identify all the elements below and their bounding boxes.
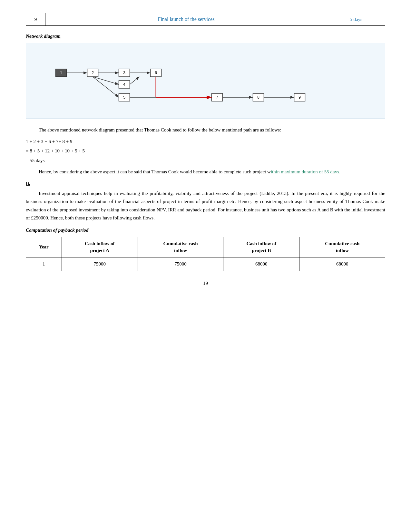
- table-cell: 75000: [62, 257, 138, 271]
- math-line-3: = 55 days: [26, 157, 385, 165]
- computation-heading: Computation of payback period: [26, 227, 385, 233]
- top-table: 9 Final launch of the services 5 days: [26, 13, 385, 26]
- computation-table: Year Cash inflow ofproject A Cumulative …: [26, 237, 385, 271]
- row-duration: 5 days: [327, 13, 385, 26]
- svg-text:3: 3: [123, 71, 125, 75]
- table-cell: 68000: [223, 257, 299, 271]
- math-line-2: = 8 + 5 + 12 + 10 + 10 + 5 + 5: [26, 147, 385, 155]
- body-para-3: Investment appraisal techniques help in …: [26, 189, 385, 222]
- table-row: 175000750006800068000: [26, 257, 385, 271]
- svg-line-18: [130, 77, 140, 84]
- col-cash-inflow-a: Cash inflow ofproject A: [62, 237, 138, 257]
- svg-text:4: 4: [123, 82, 125, 87]
- col-cumulative-a: Cumulative cashinflow: [138, 237, 223, 257]
- row-title: Final launch of the services: [45, 13, 327, 26]
- network-diagram-box: 1 2 3 6 4 5: [26, 43, 385, 119]
- svg-text:6: 6: [155, 71, 157, 75]
- highlight-duration: ithin maximum duration of 55 days.: [271, 169, 340, 174]
- table-cell: 1: [26, 257, 62, 271]
- math-line-1: 1 + 2 + 3 + 6 + 7+ 8 + 9: [26, 138, 385, 146]
- body-para-2: Hence, by considering the above aspect i…: [26, 168, 385, 176]
- svg-line-19: [93, 77, 119, 97]
- svg-line-15: [93, 77, 119, 84]
- col-cumulative-b: Cumulative cashinflow: [299, 237, 385, 257]
- network-diagram-svg: 1 2 3 6 4 5: [31, 50, 380, 111]
- svg-text:2: 2: [92, 71, 94, 75]
- svg-text:9: 9: [298, 95, 301, 100]
- table-cell: 75000: [138, 257, 223, 271]
- section-b-label: B.: [26, 181, 385, 186]
- col-cash-inflow-b: Cash inflow ofproject B: [223, 237, 299, 257]
- svg-text:7: 7: [216, 95, 218, 100]
- svg-text:8: 8: [257, 95, 259, 100]
- svg-text:5: 5: [123, 95, 125, 100]
- row-number: 9: [26, 13, 45, 26]
- network-diagram-heading: Network diagram: [26, 34, 385, 39]
- page-number: 19: [26, 281, 385, 286]
- table-cell: 68000: [299, 257, 385, 271]
- svg-text:1: 1: [60, 71, 62, 75]
- body-para-1: The above mentioned network diagram pres…: [26, 126, 385, 134]
- col-year: Year: [26, 237, 62, 257]
